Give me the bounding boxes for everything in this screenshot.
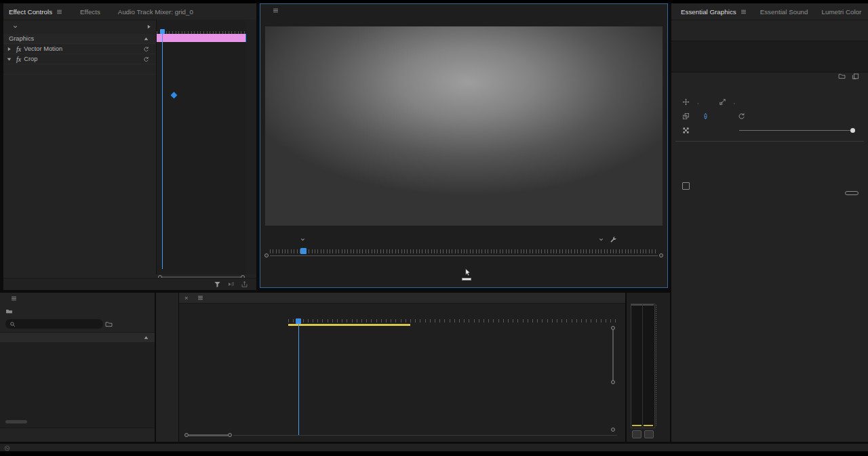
work-area-bar[interactable]: [288, 324, 410, 326]
solo-left-button[interactable]: [632, 430, 642, 438]
meter-cap-right: [643, 304, 654, 306]
reset-icon[interactable]: [143, 46, 149, 52]
graphic-clip-bar[interactable]: [157, 34, 247, 42]
opacity-slider[interactable]: [739, 130, 853, 131]
vscroll-handle-audio[interactable]: [611, 428, 615, 432]
rotation-icon[interactable]: [738, 112, 745, 120]
outro-duration-row: [671, 170, 868, 180]
section-label: Graphics: [9, 35, 34, 42]
tri-up-icon[interactable]: [143, 36, 149, 42]
sort-ascending-icon[interactable]: [143, 335, 149, 341]
vertical-scrollbar[interactable]: [612, 329, 614, 382]
hscroll-thumb[interactable]: [189, 434, 228, 436]
list-hscrollbar[interactable]: [5, 420, 27, 423]
panel-overflow-icon[interactable]: [146, 24, 152, 30]
scrubber-ticks: [270, 249, 658, 253]
tri-right-icon[interactable]: [6, 46, 12, 52]
tab-effect-controls[interactable]: Effect Controls: [9, 8, 62, 16]
export-icon[interactable]: [241, 281, 248, 288]
timeline-playhead-line[interactable]: [298, 323, 299, 435]
audio-meter[interactable]: [631, 304, 655, 428]
vscroll-handle-bottom[interactable]: [611, 380, 615, 384]
effect-row-vector-motion[interactable]: fxVector Motion: [3, 44, 156, 54]
new-layer-icon[interactable]: [852, 72, 859, 80]
vscroll-handle-top[interactable]: [611, 326, 615, 330]
program-title-row: [267, 7, 279, 14]
graphics-layer-list: [671, 41, 868, 72]
level-left: [632, 425, 642, 426]
scrub-handle-left[interactable]: [264, 253, 269, 257]
play-stop-tooltip: [462, 278, 471, 281]
chevron-down-icon[interactable]: [12, 24, 18, 30]
tri-down-icon[interactable]: [6, 56, 12, 62]
scale-icon[interactable]: [682, 112, 690, 120]
creative-cloud-icon[interactable]: [4, 445, 10, 451]
tab-label: Effects: [80, 8, 100, 16]
program-controls-row: [260, 233, 667, 245]
panel-menu-icon[interactable]: [273, 7, 279, 14]
position-anchor-row: , ,: [671, 97, 868, 106]
panel-menu-icon[interactable]: [197, 295, 203, 301]
bin-icon: [5, 308, 13, 315]
menu-icon[interactable]: [56, 9, 62, 15]
effect-row-crop[interactable]: fxCrop: [3, 54, 156, 64]
new-bin-icon[interactable]: [105, 320, 113, 328]
filter-icon[interactable]: [214, 281, 221, 288]
tab-lumetri-color[interactable]: Lumetri Color: [822, 8, 862, 16]
sequence-tab[interactable]: ×: [179, 293, 625, 304]
effect-name: Crop: [24, 56, 37, 62]
effect-properties-list: GraphicsfxVector MotionfxCrop: [3, 34, 156, 75]
scrub-handle-right[interactable]: [659, 253, 663, 257]
effect-controls-panel: Effect ControlsEffectsAudio Track Mixer:…: [3, 3, 256, 290]
roll-checkbox[interactable]: [682, 182, 690, 190]
fx-icon: fx: [16, 45, 21, 53]
playhead-line[interactable]: [162, 29, 163, 269]
timeline-panel: ×: [179, 293, 625, 442]
project-panel: [0, 293, 155, 442]
panel-menu-icon[interactable]: [11, 295, 17, 302]
tab-essential-sound[interactable]: Essential Sound: [760, 8, 808, 16]
tab-label: Essential Graphics: [681, 8, 736, 16]
essential-graphics-tabbar: Essential GraphicsEssential SoundLumetri…: [671, 3, 868, 20]
keyframe-diamond-icon[interactable]: [171, 92, 178, 99]
level-right: [644, 425, 653, 426]
anchor-point-icon[interactable]: [719, 98, 726, 106]
play-audio-icon[interactable]: [227, 281, 235, 288]
position-icon[interactable]: [682, 98, 690, 106]
typewriter-text-overlay: [347, 102, 457, 155]
chevron-down-icon[interactable]: [598, 236, 604, 243]
link-scale-icon[interactable]: [702, 112, 709, 120]
audio-meters-panel: [627, 293, 670, 442]
program-monitor-panel: [260, 3, 668, 288]
scrubber-track[interactable]: [270, 255, 658, 256]
solo-right-button[interactable]: [644, 430, 654, 438]
opacity-slider-knob[interactable]: [850, 128, 855, 133]
effect-timeline-ruler[interactable]: [157, 20, 247, 35]
tools-panel: [156, 293, 178, 442]
menu-icon[interactable]: [741, 9, 747, 15]
program-video-frame[interactable]: [265, 26, 663, 226]
essential-graphics-panel: Essential GraphicsEssential SoundLumetri…: [671, 3, 868, 442]
program-scrubber[interactable]: [264, 248, 663, 260]
source-clip-row: [3, 20, 156, 35]
folder-icon[interactable]: [838, 72, 846, 80]
hscroll-track[interactable]: [233, 435, 617, 436]
tab-effects[interactable]: Effects: [80, 8, 100, 16]
fx-icon: fx: [16, 56, 21, 63]
chevron-down-icon[interactable]: [300, 236, 306, 243]
close-icon[interactable]: ×: [184, 295, 188, 302]
settings-wrench-icon[interactable]: [610, 236, 617, 243]
project-title-row: [5, 295, 17, 302]
tab-essential-graphics[interactable]: Essential Graphics: [681, 8, 747, 16]
project-footer-toolbar: [0, 428, 155, 442]
tab-audio-track-mixer-grid-0[interactable]: Audio Track Mixer: grid_0: [118, 8, 193, 16]
reset-icon[interactable]: [143, 56, 149, 62]
timeline-ruler[interactable]: [288, 309, 616, 324]
show-in-text-panel-button[interactable]: [845, 191, 859, 195]
opacity-icon[interactable]: [682, 127, 690, 134]
project-search-input[interactable]: [5, 319, 103, 329]
section-header-graphics[interactable]: Graphics: [3, 34, 156, 44]
program-playhead[interactable]: [300, 248, 307, 254]
scale-rotation-row: [671, 111, 868, 121]
hscroll-handle-right[interactable]: [228, 433, 232, 437]
